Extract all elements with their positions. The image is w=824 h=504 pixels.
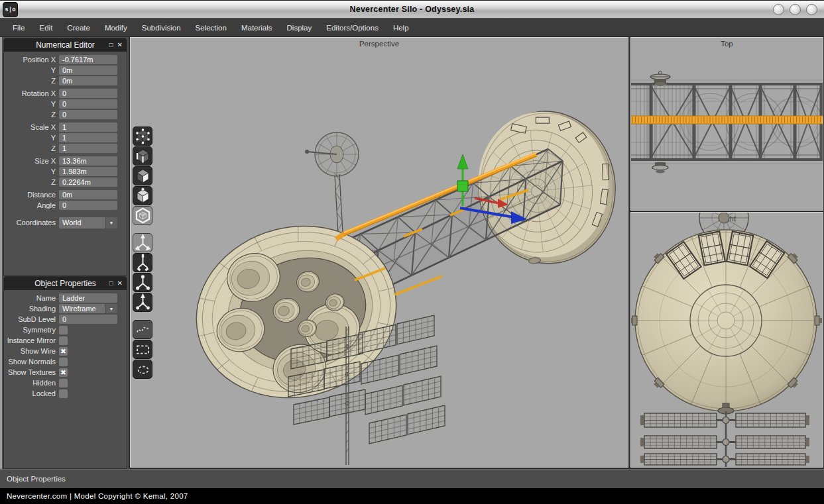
object-properties-titlebar[interactable]: Object Properties □ ✕	[4, 277, 127, 290]
vertex-mode-icon	[134, 127, 152, 145]
pos-x-input[interactable]: -0.7617m	[59, 55, 117, 64]
menu-item-edit[interactable]: Edit	[32, 21, 60, 35]
menu-item-file[interactable]: File	[5, 21, 32, 35]
subd-level-input[interactable]: 0	[59, 315, 117, 324]
app-window: s|o Nevercenter Silo - Odyssey.sia FileE…	[0, 0, 824, 504]
locked-checkbox[interactable]	[59, 389, 68, 398]
rect-select-button[interactable]	[133, 340, 152, 359]
distance-label: Distance	[4, 191, 56, 199]
object-properties-body: NameLadderShadingWireframe▼SubD Level0Sy…	[4, 290, 127, 468]
hidden-label: Hidden	[4, 379, 56, 387]
edge-mode-button[interactable]	[133, 146, 152, 166]
engine-section	[178, 205, 415, 419]
menubar: FileEditCreateModifySubdivisionSelection…	[0, 19, 824, 37]
rot-y-input[interactable]: 0	[59, 99, 117, 109]
perspective-viewport[interactable]: Perspective	[130, 37, 628, 468]
distance-input[interactable]: 0m	[59, 190, 117, 199]
minimize-button[interactable]	[773, 4, 784, 15]
scale-x-input[interactable]: 1	[59, 123, 117, 132]
viewport-label-perspective: Perspective	[131, 40, 628, 48]
scale-y-input[interactable]: 1	[59, 133, 117, 142]
lasso-select-button[interactable]	[133, 360, 152, 379]
scale-tool-button[interactable]	[133, 273, 152, 292]
paint-select-button[interactable]	[133, 320, 152, 339]
menu-item-selection[interactable]: Selection	[188, 21, 234, 35]
show-normals-checkbox[interactable]	[59, 358, 68, 366]
antenna-top-view	[650, 72, 670, 174]
pos-y-input[interactable]: 0m	[59, 66, 117, 75]
object-row-hidden: Hidden	[4, 378, 127, 388]
name-input[interactable]: Ladder	[59, 293, 117, 303]
panel-maximize-icon[interactable]: □	[109, 42, 113, 48]
window-controls	[773, 4, 817, 15]
show-textures-checkbox[interactable]: ✖	[59, 368, 68, 377]
command-sphere	[471, 105, 623, 270]
angle-input[interactable]: 0	[59, 201, 117, 210]
panel-maximize-icon[interactable]: □	[109, 280, 113, 287]
move-tool-button[interactable]	[133, 233, 152, 252]
rect-select-icon	[134, 340, 152, 358]
antenna-dish	[305, 132, 359, 325]
scale-z-input[interactable]: 1	[59, 144, 117, 153]
menu-item-help[interactable]: Help	[386, 21, 416, 35]
solar-panels-right-view	[640, 403, 809, 467]
panel-window-icons: □ ✕	[109, 277, 123, 290]
multi-mode-button[interactable]	[133, 206, 152, 225]
object-mode-icon	[134, 187, 152, 205]
menu-item-create[interactable]: Create	[60, 21, 97, 35]
numerical-row-rot-x: Rotation X0	[4, 88, 127, 99]
universal-manipulator-button[interactable]	[133, 293, 152, 312]
menu-item-display[interactable]: Display	[280, 21, 320, 35]
size-y-input[interactable]: 1.983m	[59, 167, 117, 176]
size-x-input[interactable]: 13.36m	[59, 156, 117, 166]
size-z-input[interactable]: 0.2264m	[59, 177, 117, 187]
menu-item-editors-options[interactable]: Editors/Options	[319, 21, 386, 35]
viewport-label-right: Right	[631, 215, 823, 223]
size-y-label: Y	[4, 168, 56, 176]
pos-z-input[interactable]: 0m	[59, 76, 117, 85]
numerical-row-angle: Angle0	[4, 200, 127, 211]
object-mode-button[interactable]	[133, 186, 152, 205]
object-row-show-normals: Show Normals	[4, 356, 127, 367]
window-title: Nevercenter Silo - Odyssey.sia	[0, 5, 824, 14]
vertex-mode-button[interactable]	[133, 126, 152, 146]
hidden-checkbox[interactable]	[59, 379, 68, 387]
scale-z-label: Z	[4, 144, 56, 152]
face-mode-button[interactable]	[133, 166, 152, 185]
menu-item-subdivision[interactable]: Subdivision	[135, 21, 188, 35]
edge-mode-icon	[134, 147, 152, 165]
titlebar[interactable]: s|o Nevercenter Silo - Odyssey.sia	[0, 0, 824, 19]
rot-x-input[interactable]: 0	[59, 89, 117, 98]
numerical-row-size-x: Size X13.36m	[4, 156, 127, 166]
truss-spine	[319, 149, 563, 311]
show-wire-checkbox[interactable]: ✖	[59, 347, 68, 356]
numerical-editor-titlebar[interactable]: Numerical Editor □ ✕	[4, 38, 127, 52]
dropdown-arrow-icon[interactable]: ▼	[105, 304, 117, 313]
symmetry-label: Symmetry	[4, 326, 56, 334]
rot-z-input[interactable]: 0	[59, 110, 117, 119]
status-text: Object Properties	[7, 475, 66, 483]
subd-level-label: SubD Level	[4, 315, 56, 323]
coordinates-dropdown[interactable]: World▼	[59, 217, 117, 228]
shading-dropdown[interactable]: Wireframe▼	[59, 304, 117, 313]
pos-y-label: Y	[4, 66, 56, 74]
shading-value: Wireframe	[59, 304, 105, 313]
instance-mirror-checkbox[interactable]	[59, 336, 68, 345]
right-viewport[interactable]: Right	[630, 212, 823, 468]
rot-x-label: Rotation X	[4, 89, 56, 97]
dropdown-arrow-icon[interactable]: ▼	[105, 217, 117, 228]
panel-close-icon[interactable]: ✕	[117, 42, 123, 48]
numerical-row-pos-y: Y0m	[4, 65, 127, 76]
panel-close-icon[interactable]: ✕	[117, 280, 123, 287]
top-viewport[interactable]: Top	[630, 37, 823, 211]
rotate-tool-button[interactable]	[133, 253, 152, 272]
close-button[interactable]	[806, 4, 817, 15]
ladder-top-view	[631, 116, 823, 124]
show-normals-label: Show Normals	[4, 358, 56, 366]
menu-item-materials[interactable]: Materials	[234, 21, 280, 35]
numerical-row-distance: Distance0m	[4, 189, 127, 200]
menu-item-modify[interactable]: Modify	[97, 21, 135, 35]
scale-x-label: Scale X	[4, 123, 56, 131]
symmetry-checkbox[interactable]	[59, 326, 68, 334]
maximize-button[interactable]	[790, 4, 801, 15]
